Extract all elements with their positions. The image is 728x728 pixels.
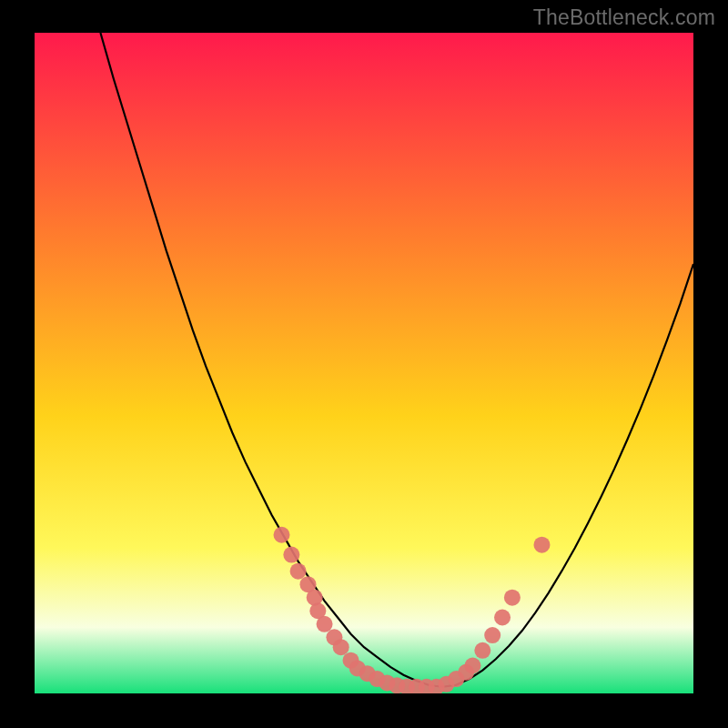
curve-marker (274, 527, 290, 543)
curve-marker (317, 616, 333, 632)
curve-marker (494, 610, 511, 626)
chart-background (35, 33, 693, 693)
chart-root: TheBottleneck.com (0, 0, 728, 728)
curve-marker (474, 642, 490, 659)
curve-marker (533, 537, 550, 553)
plot-area (35, 33, 693, 693)
curve-marker (283, 547, 299, 563)
curve-marker (504, 590, 521, 606)
curve-marker (290, 563, 307, 580)
curve-marker (464, 658, 480, 674)
watermark-text: TheBottleneck.com (533, 5, 715, 30)
curve-marker (484, 627, 500, 643)
chart-svg (35, 33, 693, 693)
curve-marker (333, 639, 349, 655)
